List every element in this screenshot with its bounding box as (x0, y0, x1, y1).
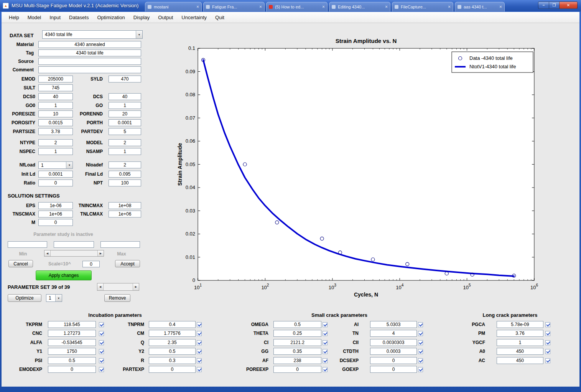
r-checkbox[interactable] (197, 358, 202, 363)
param-study-field-2[interactable] (54, 241, 94, 248)
maximize-button[interactable] (549, 2, 560, 9)
dcsexp-checkbox[interactable] (418, 358, 423, 363)
parameter-set-slider[interactable] (97, 283, 139, 291)
ai-checkbox[interactable] (418, 322, 423, 327)
tkprm-input[interactable] (48, 321, 96, 328)
af-input[interactable] (273, 357, 321, 364)
tab-close-icon[interactable] (385, 4, 388, 10)
y1-input[interactable] (48, 348, 96, 355)
pm-checkbox[interactable] (545, 331, 550, 336)
partdev-input[interactable] (109, 128, 141, 135)
y2-input[interactable] (149, 348, 196, 355)
tab-close-icon[interactable] (196, 4, 199, 10)
slider-track[interactable] (104, 283, 133, 290)
omega-input[interactable] (273, 321, 321, 328)
cnc-input[interactable] (48, 330, 96, 337)
emodexp-input[interactable] (48, 366, 96, 373)
emodexp-checkbox[interactable] (99, 367, 104, 372)
ratio-input[interactable] (38, 180, 73, 186)
nloadef-input[interactable] (109, 161, 141, 168)
browser-tab[interactable]: (5) How to ed... (266, 2, 328, 12)
ci-input[interactable] (273, 339, 321, 346)
psi-checkbox[interactable] (99, 358, 104, 363)
chevron-down-icon[interactable] (136, 31, 142, 38)
goexp-input[interactable] (370, 366, 417, 373)
param-study-field-1[interactable] (8, 241, 47, 248)
menu-datasets[interactable]: Datasets (65, 12, 93, 23)
cnc-checkbox[interactable] (99, 331, 104, 336)
source-input[interactable] (38, 58, 141, 65)
dataset-combobox[interactable]: 4340 total life (42, 30, 143, 39)
slider-track[interactable] (51, 250, 97, 256)
y1-checkbox[interactable] (99, 349, 104, 354)
browser-tab[interactable]: Fatigue Fra... (203, 2, 265, 12)
cii-input[interactable] (370, 339, 417, 346)
slider-left-arrow-icon[interactable] (97, 283, 104, 290)
eps-input[interactable] (38, 202, 73, 209)
parameter-set-combobox[interactable]: 1 (46, 294, 62, 302)
slider-left-arrow-icon[interactable] (44, 250, 51, 256)
ygcf-input[interactable] (497, 339, 543, 346)
dcs-input[interactable] (109, 93, 141, 100)
a0-input[interactable] (497, 348, 543, 355)
menu-uncertainty[interactable]: Uncertainty (177, 12, 211, 23)
ctdth-checkbox[interactable] (418, 349, 423, 354)
a0-checkbox[interactable] (545, 349, 550, 354)
browser-tab[interactable]: aas 4340 t... (455, 2, 505, 12)
sult-input[interactable] (38, 84, 73, 91)
menu-display[interactable]: Display (129, 12, 154, 23)
tnprm-checkbox[interactable] (197, 322, 202, 327)
cm-checkbox[interactable] (197, 331, 202, 336)
tab-close-icon[interactable] (448, 4, 451, 10)
title-bar[interactable]: mostani Fatigue Fra... (5) How to ed... … (0, 0, 581, 12)
ac-input[interactable] (497, 357, 543, 364)
partexp-checkbox[interactable] (197, 367, 202, 372)
tnincmax-input[interactable] (109, 202, 141, 209)
tn-checkbox[interactable] (418, 331, 423, 336)
partexp-input[interactable] (149, 366, 196, 373)
psi-input[interactable] (48, 357, 96, 364)
slider-right-arrow-icon[interactable] (97, 250, 104, 256)
porennd-input[interactable] (109, 110, 141, 117)
ai-input[interactable] (370, 321, 417, 328)
tnprm-input[interactable] (149, 321, 196, 328)
browser-tab[interactable]: Editing 4340... (329, 2, 390, 12)
porosity-input[interactable] (38, 119, 73, 126)
cii-checkbox[interactable] (418, 340, 423, 345)
param-study-slider[interactable] (44, 250, 104, 257)
slider-right-arrow-icon[interactable] (133, 283, 139, 290)
poresize-input[interactable] (38, 110, 73, 117)
tkprm-checkbox[interactable] (99, 322, 104, 327)
partsize-input[interactable] (38, 128, 73, 135)
comment-input[interactable] (38, 66, 141, 73)
menu-quit[interactable]: Quit (211, 12, 229, 23)
menu-model[interactable]: Model (23, 12, 45, 23)
dcsexp-input[interactable] (370, 357, 417, 364)
tab-close-icon[interactable] (499, 4, 502, 10)
cancel-button[interactable]: Cancel (8, 260, 33, 267)
chevron-down-icon[interactable] (55, 295, 62, 301)
ntype-input[interactable] (38, 139, 73, 146)
material-input[interactable] (38, 41, 141, 48)
ygcf-checkbox[interactable] (545, 340, 550, 345)
browser-tab[interactable]: mostani (145, 2, 202, 12)
dcs0-input[interactable] (38, 93, 73, 100)
tab-close-icon[interactable] (322, 4, 325, 10)
alfa-input[interactable] (48, 339, 96, 346)
tag-input[interactable] (38, 49, 141, 56)
finalld-input[interactable] (109, 171, 141, 178)
accept-button[interactable]: Accept (115, 260, 140, 267)
theta-input[interactable] (273, 330, 321, 337)
pgca-checkbox[interactable] (545, 322, 550, 327)
param-study-field-3[interactable] (100, 241, 140, 248)
ac-checkbox[interactable] (545, 358, 550, 363)
go0-input[interactable] (38, 102, 73, 109)
model-input[interactable] (109, 139, 141, 146)
npt-input[interactable] (109, 180, 141, 186)
go-input[interactable] (109, 102, 141, 109)
q-input[interactable] (149, 339, 196, 346)
menu-help[interactable]: Help (5, 12, 23, 23)
initld-input[interactable] (38, 171, 73, 178)
browser-tab[interactable]: FileCapture... (392, 2, 453, 12)
menu-optimization[interactable]: Optimization (93, 12, 129, 23)
